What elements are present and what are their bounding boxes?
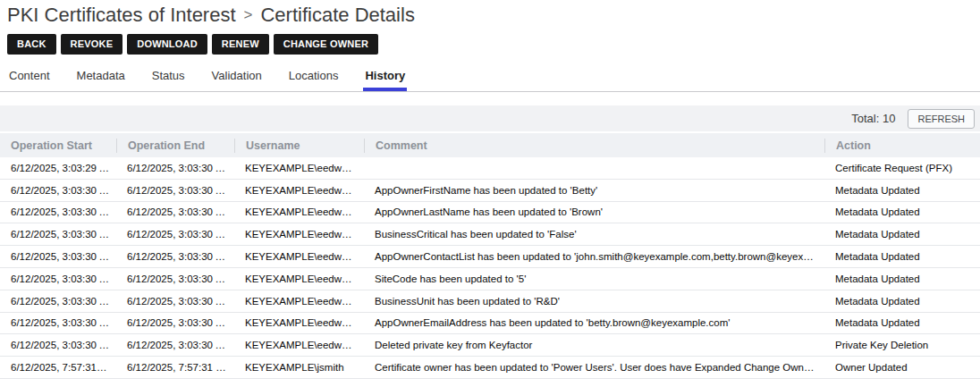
download-button[interactable]: DOWNLOAD xyxy=(127,34,207,55)
breadcrumb-parent: PKI Certificates of Interest xyxy=(7,4,236,27)
cell-operation-end: 6/12/2025, 3:03:30 AM xyxy=(116,340,234,350)
tab-metadata[interactable]: Metadata xyxy=(75,66,127,91)
cell-action: Metadata Updated xyxy=(824,206,980,217)
cell-username: KEYEXAMPLE\jsmith xyxy=(234,362,364,373)
table-row: 6/12/2025, 3:03:30 AM 6/12/2025, 3:03:30… xyxy=(0,180,980,202)
cell-action: Metadata Updated xyxy=(824,317,980,328)
total-count-label: Total: 10 xyxy=(851,112,895,125)
table-row: 6/12/2025, 3:03:30 AM 6/12/2025, 3:03:30… xyxy=(0,202,980,224)
cell-operation-end: 6/12/2025, 3:03:30 AM xyxy=(116,317,234,328)
tab-validation[interactable]: Validation xyxy=(210,66,264,91)
change-owner-button[interactable]: CHANGE OWNER xyxy=(274,34,378,55)
cell-operation-start: 6/12/2025, 7:57:31 PM xyxy=(0,362,116,373)
cell-operation-start: 6/12/2025, 3:03:30 AM xyxy=(0,229,116,240)
tab-history[interactable]: History xyxy=(363,66,407,91)
cell-operation-end: 6/12/2025, 3:03:30 AM xyxy=(116,206,234,217)
table-row: 6/12/2025, 3:03:30 AM 6/12/2025, 3:03:30… xyxy=(0,334,980,357)
grid-header-row: Operation Start Operation End Username C… xyxy=(0,133,980,157)
cell-operation-start: 6/12/2025, 3:03:30 AM xyxy=(0,340,116,350)
column-header-operation-start[interactable]: Operation Start xyxy=(0,139,116,153)
cell-comment: BusinessUnit has been updated to 'R&D' xyxy=(364,296,824,307)
cell-operation-end: 6/12/2025, 3:03:30 AM xyxy=(116,163,234,173)
cell-comment: SiteCode has been updated to '5' xyxy=(364,273,824,284)
tab-locations[interactable]: Locations xyxy=(287,66,341,91)
table-row: 6/12/2025, 3:03:30 AM 6/12/2025, 3:03:30… xyxy=(0,246,980,268)
cell-operation-end: 6/12/2025, 7:57:31 PM xyxy=(116,362,234,373)
cell-username: KEYEXAMPLE\eedwards xyxy=(234,229,364,240)
cell-operation-start: 6/12/2025, 3:03:30 AM xyxy=(0,185,116,196)
cell-username: KEYEXAMPLE\eedwards xyxy=(234,163,364,173)
column-header-action[interactable]: Action xyxy=(824,139,980,153)
cell-username: KEYEXAMPLE\eedwards xyxy=(234,273,364,284)
cell-action: Metadata Updated xyxy=(824,251,980,262)
cell-username: KEYEXAMPLE\eedwards xyxy=(234,251,364,262)
action-button-row: BACK REVOKE DOWNLOAD RENEW CHANGE OWNER xyxy=(7,34,980,55)
cell-username: KEYEXAMPLE\eedwards xyxy=(234,340,364,350)
cell-comment: Certificate owner has been updated to 'P… xyxy=(364,362,824,373)
cell-action: Metadata Updated xyxy=(824,229,980,240)
cell-operation-start: 6/12/2025, 3:03:30 AM xyxy=(0,273,116,284)
table-row: 6/12/2025, 3:03:30 AM 6/12/2025, 3:03:30… xyxy=(0,313,980,335)
column-header-comment[interactable]: Comment xyxy=(364,139,824,153)
column-header-username[interactable]: Username xyxy=(234,139,364,153)
cell-username: KEYEXAMPLE\eedwards xyxy=(234,317,364,328)
cell-comment: AppOwnerFirstName has been updated to 'B… xyxy=(364,185,824,196)
cell-operation-start: 6/12/2025, 3:03:30 AM xyxy=(0,296,116,307)
tab-bar: Content Metadata Status Validation Locat… xyxy=(0,66,980,92)
table-row: 6/12/2025, 3:03:29 AM 6/12/2025, 3:03:30… xyxy=(0,157,980,180)
cell-comment: Deleted private key from Keyfactor xyxy=(364,340,824,350)
page-title: Certificate Details xyxy=(260,4,414,27)
cell-action: Owner Updated xyxy=(824,362,980,373)
revoke-button[interactable]: REVOKE xyxy=(61,34,123,55)
cell-operation-end: 6/12/2025, 3:03:30 AM xyxy=(116,185,234,196)
table-row: 6/12/2025, 3:03:30 AM 6/12/2025, 3:03:30… xyxy=(0,223,980,246)
cell-operation-start: 6/12/2025, 3:03:30 AM xyxy=(0,206,116,217)
cell-operation-end: 6/12/2025, 3:03:30 AM xyxy=(116,229,234,240)
grid-body: 6/12/2025, 3:03:29 AM 6/12/2025, 3:03:30… xyxy=(0,157,980,379)
cell-username: KEYEXAMPLE\eedwards xyxy=(234,296,364,307)
breadcrumb: PKI Certificates of Interest > Certifica… xyxy=(0,0,980,27)
cell-operation-end: 6/12/2025, 3:03:30 AM xyxy=(116,273,234,284)
cell-action: Metadata Updated xyxy=(824,273,980,284)
renew-button[interactable]: RENEW xyxy=(212,34,269,55)
cell-comment: BusinessCritical has been updated to 'Fa… xyxy=(364,229,824,240)
tab-status[interactable]: Status xyxy=(150,66,187,91)
cell-action: Metadata Updated xyxy=(824,185,980,196)
cell-comment: AppOwnerEmailAddress has been updated to… xyxy=(364,317,824,328)
cell-operation-end: 6/12/2025, 3:03:30 AM xyxy=(116,251,234,262)
table-row: 6/12/2025, 3:03:30 AM 6/12/2025, 3:03:30… xyxy=(0,268,980,290)
refresh-button[interactable]: REFRESH xyxy=(908,109,975,129)
cell-operation-end: 6/12/2025, 3:03:30 AM xyxy=(116,296,234,307)
chevron-right-icon: > xyxy=(244,6,253,24)
cell-action: Certificate Request (PFX) xyxy=(824,163,980,173)
cell-operation-start: 6/12/2025, 3:03:30 AM xyxy=(0,317,116,328)
grid-toolbar: Total: 10 REFRESH xyxy=(0,105,980,131)
back-button[interactable]: BACK xyxy=(7,34,56,55)
cell-operation-start: 6/12/2025, 3:03:29 AM xyxy=(0,163,116,173)
cell-username: KEYEXAMPLE\eedwards xyxy=(234,185,364,196)
cell-username: KEYEXAMPLE\eedwards xyxy=(234,206,364,217)
cell-comment: AppOwnerLastName has been updated to 'Br… xyxy=(364,206,824,217)
cell-action: Private Key Deletion xyxy=(824,340,980,350)
table-row: 6/12/2025, 7:57:31 PM 6/12/2025, 7:57:31… xyxy=(0,357,980,379)
tab-content[interactable]: Content xyxy=(7,66,52,91)
column-header-operation-end[interactable]: Operation End xyxy=(116,139,234,153)
cell-action: Metadata Updated xyxy=(824,296,980,307)
cell-operation-start: 6/12/2025, 3:03:30 AM xyxy=(0,251,116,262)
table-row: 6/12/2025, 3:03:30 AM 6/12/2025, 3:03:30… xyxy=(0,290,980,313)
cell-comment: AppOwnerContactList has been updated to … xyxy=(364,251,824,262)
